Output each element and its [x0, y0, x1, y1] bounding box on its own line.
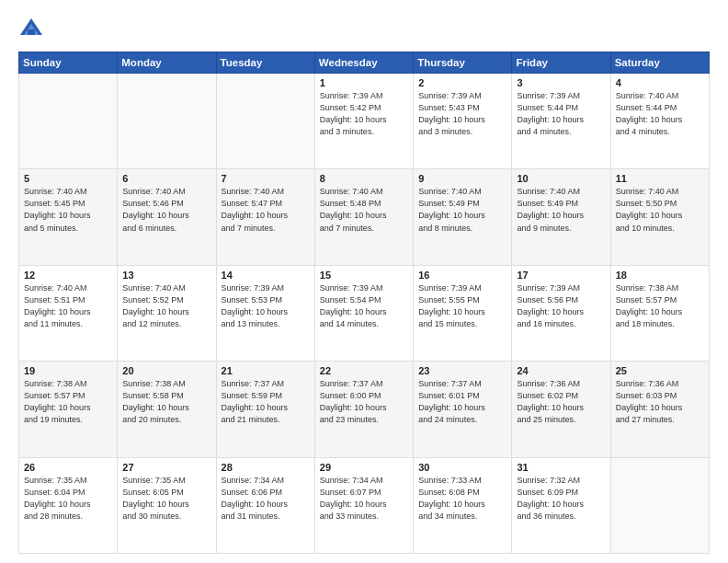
day-info: Sunrise: 7:32 AM Sunset: 6:09 PM Dayligh… [517, 475, 605, 523]
day-info: Sunrise: 7:39 AM Sunset: 5:44 PM Dayligh… [517, 90, 605, 138]
calendar-cell: 1Sunrise: 7:39 AM Sunset: 5:42 PM Daylig… [314, 74, 413, 169]
day-number: 23 [418, 365, 506, 376]
weekday-header-thursday: Thursday [414, 52, 512, 74]
day-number: 16 [418, 270, 506, 281]
day-number: 30 [418, 462, 506, 473]
day-number: 2 [418, 77, 506, 88]
day-number: 28 [222, 462, 310, 473]
day-info: Sunrise: 7:37 AM Sunset: 6:00 PM Dayligh… [320, 378, 408, 426]
calendar-cell: 10Sunrise: 7:40 AM Sunset: 5:49 PM Dayli… [512, 169, 610, 265]
day-info: Sunrise: 7:37 AM Sunset: 5:59 PM Dayligh… [222, 378, 310, 426]
day-number: 5 [24, 173, 112, 184]
calendar-cell: 14Sunrise: 7:39 AM Sunset: 5:53 PM Dayli… [216, 265, 314, 361]
day-info: Sunrise: 7:39 AM Sunset: 5:56 PM Dayligh… [517, 282, 605, 330]
calendar-cell: 21Sunrise: 7:37 AM Sunset: 5:59 PM Dayli… [216, 362, 314, 457]
calendar-cell [610, 457, 709, 553]
calendar-cell: 18Sunrise: 7:38 AM Sunset: 5:57 PM Dayli… [610, 265, 709, 361]
day-info: Sunrise: 7:40 AM Sunset: 5:45 PM Dayligh… [24, 186, 112, 234]
calendar-cell: 19Sunrise: 7:38 AM Sunset: 5:57 PM Dayli… [19, 362, 118, 457]
calendar-cell: 15Sunrise: 7:39 AM Sunset: 5:54 PM Dayli… [314, 265, 413, 361]
header [18, 17, 710, 42]
calendar-cell: 7Sunrise: 7:40 AM Sunset: 5:47 PM Daylig… [216, 169, 314, 265]
day-info: Sunrise: 7:38 AM Sunset: 5:58 PM Dayligh… [122, 378, 210, 426]
day-info: Sunrise: 7:36 AM Sunset: 6:02 PM Dayligh… [517, 378, 605, 426]
calendar-cell [118, 74, 216, 169]
calendar-cell: 13Sunrise: 7:40 AM Sunset: 5:52 PM Dayli… [118, 265, 216, 361]
day-info: Sunrise: 7:39 AM Sunset: 5:42 PM Dayligh… [320, 90, 408, 138]
weekday-row: SundayMondayTuesdayWednesdayThursdayFrid… [19, 52, 710, 74]
day-number: 31 [517, 462, 605, 473]
day-info: Sunrise: 7:39 AM Sunset: 5:53 PM Dayligh… [222, 282, 310, 330]
day-number: 11 [616, 173, 704, 184]
calendar-cell: 31Sunrise: 7:32 AM Sunset: 6:09 PM Dayli… [512, 457, 610, 553]
calendar-cell: 11Sunrise: 7:40 AM Sunset: 5:50 PM Dayli… [610, 169, 709, 265]
day-number: 15 [320, 270, 408, 281]
weekday-header-wednesday: Wednesday [314, 52, 413, 74]
day-number: 17 [517, 270, 605, 281]
day-number: 1 [320, 77, 408, 88]
day-info: Sunrise: 7:34 AM Sunset: 6:06 PM Dayligh… [222, 475, 310, 523]
day-number: 22 [320, 365, 408, 376]
calendar-cell: 24Sunrise: 7:36 AM Sunset: 6:02 PM Dayli… [512, 362, 610, 457]
day-info: Sunrise: 7:39 AM Sunset: 5:43 PM Dayligh… [418, 90, 506, 138]
calendar-cell: 23Sunrise: 7:37 AM Sunset: 6:01 PM Dayli… [414, 362, 512, 457]
calendar-cell [19, 74, 118, 169]
calendar-body: 1Sunrise: 7:39 AM Sunset: 5:42 PM Daylig… [19, 74, 710, 554]
day-number: 19 [24, 365, 112, 376]
day-info: Sunrise: 7:34 AM Sunset: 6:07 PM Dayligh… [320, 475, 408, 523]
day-info: Sunrise: 7:40 AM Sunset: 5:49 PM Dayligh… [418, 186, 506, 234]
calendar-cell: 26Sunrise: 7:35 AM Sunset: 6:04 PM Dayli… [19, 457, 118, 553]
day-number: 13 [122, 270, 210, 281]
calendar-cell: 27Sunrise: 7:35 AM Sunset: 6:05 PM Dayli… [118, 457, 216, 553]
calendar-cell: 6Sunrise: 7:40 AM Sunset: 5:46 PM Daylig… [118, 169, 216, 265]
weekday-header-friday: Friday [512, 52, 610, 74]
day-number: 9 [418, 173, 506, 184]
weekday-header-saturday: Saturday [610, 52, 709, 74]
day-info: Sunrise: 7:38 AM Sunset: 5:57 PM Dayligh… [616, 282, 704, 330]
day-number: 25 [616, 365, 704, 376]
calendar-cell: 30Sunrise: 7:33 AM Sunset: 6:08 PM Dayli… [414, 457, 512, 553]
day-info: Sunrise: 7:40 AM Sunset: 5:47 PM Dayligh… [222, 186, 310, 234]
day-info: Sunrise: 7:40 AM Sunset: 5:49 PM Dayligh… [517, 186, 605, 234]
calendar-cell: 17Sunrise: 7:39 AM Sunset: 5:56 PM Dayli… [512, 265, 610, 361]
calendar-week-2: 5Sunrise: 7:40 AM Sunset: 5:45 PM Daylig… [19, 169, 710, 265]
day-info: Sunrise: 7:40 AM Sunset: 5:48 PM Dayligh… [320, 186, 408, 234]
calendar-week-3: 12Sunrise: 7:40 AM Sunset: 5:51 PM Dayli… [19, 265, 710, 361]
calendar-cell: 12Sunrise: 7:40 AM Sunset: 5:51 PM Dayli… [19, 265, 118, 361]
day-info: Sunrise: 7:40 AM Sunset: 5:46 PM Dayligh… [122, 186, 210, 234]
calendar-cell: 29Sunrise: 7:34 AM Sunset: 6:07 PM Dayli… [314, 457, 413, 553]
day-number: 3 [517, 77, 605, 88]
calendar-cell: 28Sunrise: 7:34 AM Sunset: 6:06 PM Dayli… [216, 457, 314, 553]
calendar-cell [216, 74, 314, 169]
day-info: Sunrise: 7:40 AM Sunset: 5:51 PM Dayligh… [24, 282, 112, 330]
day-number: 24 [517, 365, 605, 376]
calendar-cell: 9Sunrise: 7:40 AM Sunset: 5:49 PM Daylig… [414, 169, 512, 265]
calendar-table: SundayMondayTuesdayWednesdayThursdayFrid… [18, 52, 710, 554]
logo [18, 17, 48, 42]
day-number: 20 [122, 365, 210, 376]
day-number: 6 [122, 173, 210, 184]
day-info: Sunrise: 7:40 AM Sunset: 5:50 PM Dayligh… [616, 186, 704, 234]
calendar-cell: 5Sunrise: 7:40 AM Sunset: 5:45 PM Daylig… [19, 169, 118, 265]
day-info: Sunrise: 7:37 AM Sunset: 6:01 PM Dayligh… [418, 378, 506, 426]
calendar-cell: 3Sunrise: 7:39 AM Sunset: 5:44 PM Daylig… [512, 74, 610, 169]
calendar-week-5: 26Sunrise: 7:35 AM Sunset: 6:04 PM Dayli… [19, 457, 710, 553]
day-number: 7 [222, 173, 310, 184]
weekday-header-monday: Monday [118, 52, 216, 74]
calendar-week-1: 1Sunrise: 7:39 AM Sunset: 5:42 PM Daylig… [19, 74, 710, 169]
day-number: 29 [320, 462, 408, 473]
day-number: 26 [24, 462, 112, 473]
day-info: Sunrise: 7:33 AM Sunset: 6:08 PM Dayligh… [418, 475, 506, 523]
weekday-header-sunday: Sunday [19, 52, 118, 74]
day-number: 14 [222, 270, 310, 281]
day-info: Sunrise: 7:40 AM Sunset: 5:52 PM Dayligh… [122, 282, 210, 330]
weekday-header-tuesday: Tuesday [216, 52, 314, 74]
calendar-week-4: 19Sunrise: 7:38 AM Sunset: 5:57 PM Dayli… [19, 362, 710, 457]
day-info: Sunrise: 7:35 AM Sunset: 6:04 PM Dayligh… [24, 475, 112, 523]
day-number: 18 [616, 270, 704, 281]
calendar-cell: 16Sunrise: 7:39 AM Sunset: 5:55 PM Dayli… [414, 265, 512, 361]
day-number: 12 [24, 270, 112, 281]
day-number: 4 [616, 77, 704, 88]
calendar-header: SundayMondayTuesdayWednesdayThursdayFrid… [19, 52, 710, 74]
day-info: Sunrise: 7:38 AM Sunset: 5:57 PM Dayligh… [24, 378, 112, 426]
